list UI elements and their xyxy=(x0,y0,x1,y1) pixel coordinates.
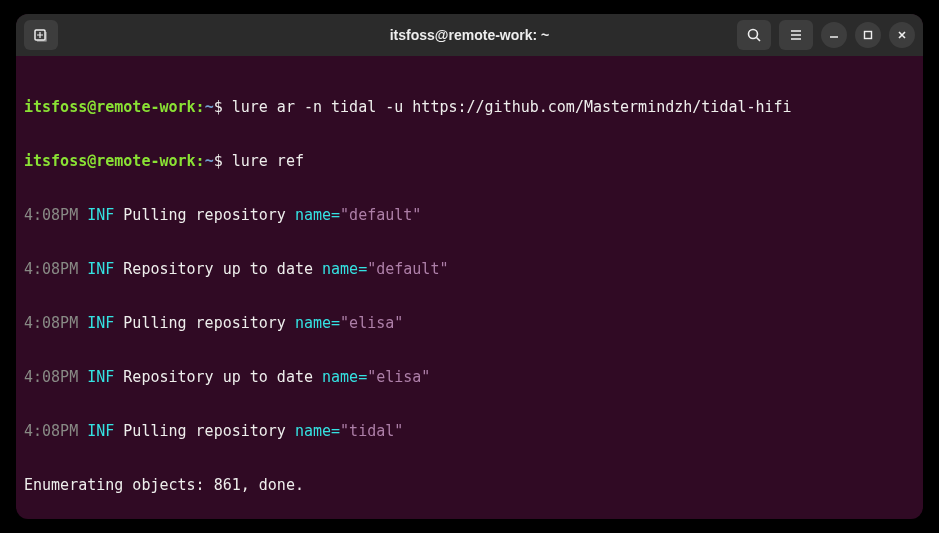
timestamp: 4:08PM xyxy=(24,206,78,224)
log-msg: Pulling repository xyxy=(123,206,286,224)
output-line: Enumerating objects: 861, done. xyxy=(24,476,915,494)
prompt-user: itsfoss@remote-work xyxy=(24,98,196,116)
svg-point-1 xyxy=(749,30,758,39)
search-button[interactable] xyxy=(737,20,771,50)
terminal-window: itsfoss@remote-work: ~ xyxy=(16,14,923,519)
prompt-line: itsfoss@remote-work:~$ lure ar -n tidal … xyxy=(24,98,915,116)
log-val: "default" xyxy=(340,206,421,224)
log-line: 4:08PM INF Repository up to date name="d… xyxy=(24,260,915,278)
command-text: lure ar -n tidal -u https://github.com/M… xyxy=(232,98,792,116)
titlebar: itsfoss@remote-work: ~ xyxy=(16,14,923,56)
log-line: 4:08PM INF Repository up to date name="e… xyxy=(24,368,915,386)
log-line: 4:08PM INF Pulling repository name="elis… xyxy=(24,314,915,332)
prompt-path: ~ xyxy=(205,98,214,116)
command-text: lure ref xyxy=(232,152,304,170)
terminal-body[interactable]: itsfoss@remote-work:~$ lure ar -n tidal … xyxy=(16,56,923,519)
prompt-symbol: $ xyxy=(214,98,223,116)
menu-button[interactable] xyxy=(779,20,813,50)
prompt-line: itsfoss@remote-work:~$ lure ref xyxy=(24,152,915,170)
log-line: 4:08PM INF Pulling repository name="tida… xyxy=(24,422,915,440)
log-level: INF xyxy=(87,206,114,224)
window-title: itsfoss@remote-work: ~ xyxy=(390,27,550,43)
svg-rect-2 xyxy=(865,32,872,39)
log-line: 4:08PM INF Pulling repository name="defa… xyxy=(24,206,915,224)
new-tab-button[interactable] xyxy=(24,20,58,50)
minimize-button[interactable] xyxy=(821,22,847,48)
close-button[interactable] xyxy=(889,22,915,48)
maximize-button[interactable] xyxy=(855,22,881,48)
log-key: name= xyxy=(295,206,340,224)
